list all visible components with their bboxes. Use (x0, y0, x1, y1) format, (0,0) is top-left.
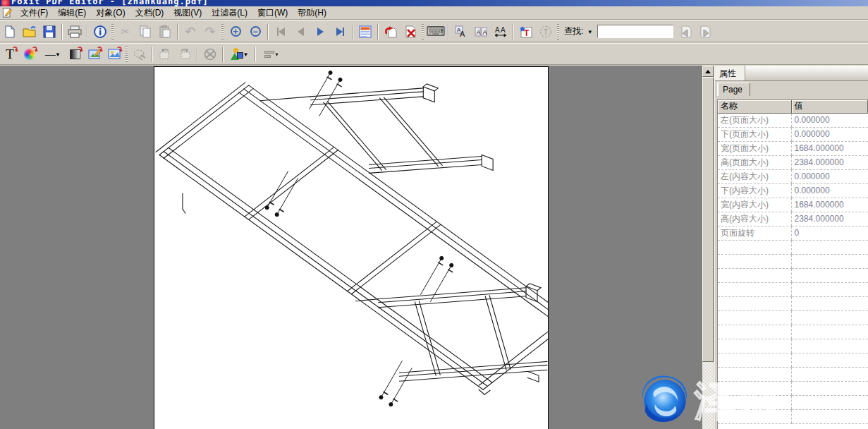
property-row-empty (718, 240, 868, 254)
next-page-button[interactable] (311, 23, 329, 40)
add-image-button[interactable]: ↷ (105, 45, 123, 63)
page-layout-button[interactable] (356, 23, 374, 40)
rotate-object-left-button[interactable] (156, 45, 174, 63)
property-row[interactable]: 左(页面大小)0.000000 (718, 113, 868, 127)
menu-file[interactable]: 文件(F) (16, 6, 53, 20)
toolbar-drag-handle[interactable] (221, 24, 224, 40)
undo-icon: ↶ (185, 25, 195, 38)
app-icon (1, 0, 10, 6)
pdf-page[interactable] (154, 66, 549, 429)
property-row[interactable]: 宽(页面大小)1684.000000 (718, 141, 868, 155)
zoom-out-button[interactable]: − (246, 23, 264, 40)
add-text-button[interactable]: T (517, 23, 535, 40)
svg-text:A: A (495, 26, 500, 34)
scroll-up-button[interactable] (702, 66, 714, 77)
keyboard-button[interactable]: ⌨ (427, 23, 445, 40)
delete-object-button[interactable] (201, 45, 219, 63)
menu-object[interactable]: 对象(O) (91, 6, 130, 20)
property-row-empty (718, 310, 868, 325)
first-page-button[interactable] (271, 23, 290, 40)
add-text-object-button[interactable]: T ↷ (1, 45, 19, 63)
property-row-empty (718, 367, 868, 381)
new-document-button[interactable] (1, 23, 19, 40)
properties-table: 名称 值 左(页面大小)0.000000 下(页面大小)0.000000 宽(页… (717, 99, 868, 429)
find-next-button[interactable] (697, 23, 715, 40)
menu-help[interactable]: 帮助(H) (293, 6, 331, 20)
property-row[interactable]: 高(内容大小)2384.000000 (718, 212, 868, 226)
property-row[interactable]: 高(页面大小)2384.000000 (718, 155, 868, 169)
copy-button[interactable] (136, 23, 154, 40)
rotate-object-right-icon (178, 48, 192, 61)
find-next-icon (699, 25, 713, 38)
edit-image-button[interactable]: ↷ (85, 45, 104, 63)
cut-button[interactable]: ✂ (116, 23, 135, 40)
tab-page[interactable]: Page (717, 83, 750, 96)
previous-page-button[interactable] (291, 23, 310, 40)
find-previous-button[interactable] (677, 23, 695, 40)
save-button[interactable] (40, 23, 59, 40)
menu-document[interactable]: 文档(D) (130, 6, 169, 20)
align-objects-button[interactable]: ▾ (259, 45, 284, 63)
column-header-value[interactable]: 值 (791, 100, 868, 113)
toolbar-drag-handle[interactable] (111, 24, 114, 40)
document-window-icon[interactable] (2, 8, 13, 18)
scrollbar-thumb[interactable] (702, 77, 714, 362)
toolbar-separator (352, 24, 353, 40)
paste-clipboard-icon (159, 25, 171, 38)
property-row[interactable]: 下(页面大小)0.000000 (718, 127, 868, 141)
toolbar-drag-handle[interactable] (557, 24, 559, 40)
zoom-in-button[interactable]: + (226, 23, 245, 40)
find-dropdown-button[interactable]: ▾ (585, 25, 594, 38)
toolbar-separator (222, 47, 224, 62)
add-shading-button[interactable]: ↷ (66, 45, 84, 63)
line-icon: — (45, 49, 56, 59)
line-style-button[interactable]: — ▾ (40, 45, 64, 63)
font-tool-button[interactable]: A A (452, 23, 470, 40)
toolbar-separator (61, 24, 63, 40)
add-color-object-button[interactable]: ↷ (20, 45, 39, 63)
rotate-object-right-button[interactable] (176, 45, 194, 63)
rotate-page-button[interactable] (381, 23, 400, 40)
property-row-empty (718, 339, 868, 353)
workspace: 属性 Page 名称 值 左(页面大小)0.000000 下(页面 (0, 66, 868, 429)
print-button[interactable] (66, 23, 84, 40)
find-input[interactable] (597, 25, 673, 38)
previous-page-icon (298, 28, 304, 36)
floppy-disk-icon (43, 25, 56, 38)
property-row[interactable]: 左(内容大小)0.000000 (718, 169, 868, 183)
char-spacing-icon: A A (475, 25, 487, 38)
column-header-name[interactable]: 名称 (718, 100, 791, 113)
align-icon (264, 51, 274, 58)
open-file-button[interactable] (20, 23, 39, 40)
ladder-frame-drawing (154, 67, 548, 429)
toolbar-drag-handle[interactable] (126, 47, 128, 62)
menu-window[interactable]: 窗口(W) (252, 6, 293, 20)
char-widen-button[interactable]: A A (491, 23, 510, 40)
document-info-button[interactable] (91, 23, 109, 40)
properties-title[interactable]: 属性 (715, 66, 745, 80)
toolbar-drag-handle[interactable] (422, 24, 424, 40)
property-row[interactable]: 下(内容大小)0.000000 (718, 183, 868, 198)
undo-button[interactable]: ↶ (181, 23, 200, 40)
property-row-empty (718, 268, 868, 282)
property-row[interactable]: 宽(内容大小)1684.000000 (718, 198, 868, 212)
paste-button[interactable] (156, 23, 174, 40)
redo-icon: ↷ (204, 25, 215, 38)
delete-page-icon (404, 25, 417, 38)
property-row[interactable]: 页面旋转0 (718, 226, 868, 240)
document-canvas[interactable] (0, 66, 702, 429)
text-circle-tool-button[interactable]: T (537, 23, 555, 40)
insert-shapes-button[interactable]: ▾ (226, 45, 252, 63)
menu-view[interactable]: 视图(V) (169, 6, 207, 20)
property-row-empty (718, 381, 868, 395)
svg-text:A: A (477, 28, 481, 35)
char-spacing-button[interactable]: A A (472, 23, 490, 40)
menu-edit[interactable]: 编辑(E) (53, 6, 91, 20)
delete-page-button[interactable] (401, 23, 420, 40)
lasso-select-button[interactable] (130, 45, 149, 63)
menu-filter[interactable]: 过滤器(L) (207, 6, 252, 20)
last-page-button[interactable] (331, 23, 349, 40)
redo-button[interactable]: ↷ (201, 23, 219, 40)
vertical-scrollbar[interactable] (702, 66, 714, 429)
property-row-empty (718, 395, 868, 409)
